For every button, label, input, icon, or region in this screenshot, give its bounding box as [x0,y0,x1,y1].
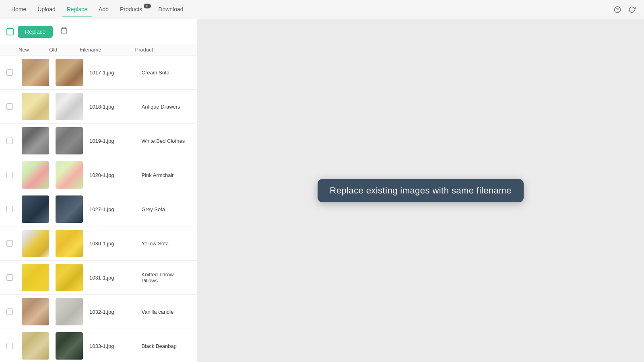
table-body: 1017-1.jpg Cream Sofa 1018-1.jpg Antique… [0,56,197,362]
old-image-1 [56,93,83,120]
trash-icon [60,27,68,35]
nav-icons-group [612,4,638,15]
filename-0: 1017-1.jpg [89,70,138,76]
old-image-2 [56,127,83,154]
nav-products[interactable]: Products 10 [115,3,152,16]
product-6: Knitted Throw Pillows [142,272,191,284]
table-row[interactable]: 1017-1.jpg Cream Sofa [0,56,197,90]
filename-3: 1020-1.jpg [89,172,138,178]
row-checkbox-4[interactable] [6,206,13,212]
nav-products-label: Products [120,6,142,12]
new-image-3 [22,161,49,189]
main-container: Replace New Old Filename Product 1017-1.… [0,19,644,362]
table-row[interactable]: 1031-1.jpg Knitted Throw Pillows [0,261,197,295]
old-image-8 [56,332,83,360]
row-checkbox-6[interactable] [6,274,13,281]
filename-7: 1032-1.jpg [89,309,138,315]
old-image-7 [56,298,83,325]
refresh-icon [628,6,636,13]
product-2: White Bed Clothes [142,138,191,144]
navbar: Home Upload Replace Add Products 10 Down… [0,0,644,19]
nav-add-label: Add [99,6,109,12]
table-header: New Old Filename Product [0,44,197,56]
old-image-4 [56,195,83,223]
old-image-6 [56,264,83,291]
product-1: Antique Drawers [142,104,191,110]
nav-upload[interactable]: Upload [33,3,60,16]
table-row[interactable]: 1020-1.jpg Pink Armchair [0,158,197,192]
products-badge: 10 [144,4,151,8]
row-checkbox-2[interactable] [6,138,13,144]
product-7: Vanilla candle [142,309,191,315]
nav-download[interactable]: Download [153,3,188,16]
right-panel: Replace existing images with same filena… [197,19,644,362]
row-checkbox-5[interactable] [6,240,13,247]
table-row[interactable]: 1018-1.jpg Antique Drawers [0,90,197,124]
filename-2: 1019-1.jpg [89,138,138,144]
product-3: Pink Armchair [142,172,191,178]
new-image-1 [22,93,49,120]
row-checkbox-8[interactable] [6,343,13,349]
nav-home[interactable]: Home [6,3,31,16]
filename-1: 1018-1.jpg [89,104,138,110]
nav-upload-label: Upload [37,6,55,12]
nav-replace[interactable]: Replace [62,3,92,16]
product-8: Black Beanbag [142,343,191,349]
row-checkbox-7[interactable] [6,309,13,315]
table-row[interactable]: 1030-1.jpg Yellow Sofa [0,226,197,261]
new-image-2 [22,127,49,154]
table-row[interactable]: 1027-1.jpg Grey Sofa [0,192,197,226]
nav-add[interactable]: Add [94,3,114,16]
row-checkbox-3[interactable] [6,172,13,178]
filename-8: 1033-1.jpg [89,343,138,349]
row-checkbox-1[interactable] [6,103,13,110]
help-icon [614,6,621,13]
tooltip-text: Replace existing images with same filena… [330,185,511,195]
col-old: Old [49,47,80,53]
delete-button[interactable] [57,24,71,39]
filename-5: 1030-1.jpg [89,241,138,247]
col-product: Product [135,47,191,53]
old-image-3 [56,161,83,189]
old-image-5 [56,230,83,257]
new-image-8 [22,332,49,360]
col-check [6,47,19,53]
new-image-4 [22,195,49,223]
tooltip-box: Replace existing images with same filena… [318,179,523,202]
nav-home-label: Home [11,6,26,12]
nav-download-label: Download [158,6,183,12]
refresh-icon-btn[interactable] [626,4,638,15]
nav-replace-label: Replace [67,6,87,12]
product-5: Yellow Sofa [142,241,191,247]
filename-4: 1027-1.jpg [89,206,138,212]
replace-button[interactable]: Replace [18,26,53,38]
table-row[interactable]: 1019-1.jpg White Bed Clothes [0,124,197,158]
col-new: New [19,47,49,53]
new-image-0 [22,59,49,86]
toolbar: Replace [0,19,197,44]
help-icon-btn[interactable] [612,4,623,15]
table-row[interactable]: 1033-1.jpg Black Beanbag [0,329,197,362]
filename-6: 1031-1.jpg [89,275,138,281]
product-0: Cream Sofa [142,70,191,76]
new-image-6 [22,264,49,291]
table-row[interactable]: 1032-1.jpg Vanilla candle [0,295,197,329]
product-4: Grey Sofa [142,206,191,212]
new-image-5 [22,230,49,257]
new-image-7 [22,298,49,325]
old-image-0 [56,59,83,86]
select-all-checkbox[interactable] [6,28,14,35]
row-checkbox-0[interactable] [6,69,13,76]
col-filename: Filename [80,47,135,53]
left-panel: Replace New Old Filename Product 1017-1.… [0,19,197,362]
